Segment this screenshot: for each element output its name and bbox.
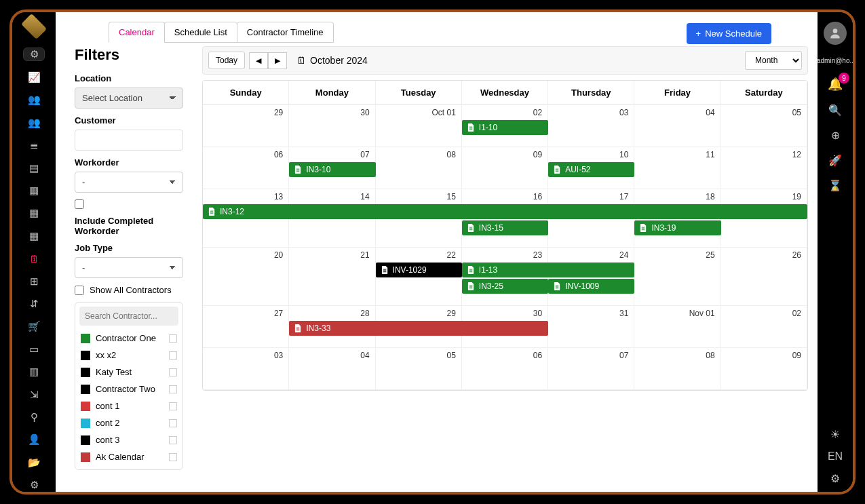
contractor-checkbox[interactable] bbox=[169, 419, 177, 427]
nav-doc3-icon[interactable]: ▦ bbox=[23, 229, 45, 242]
contractor-row[interactable]: xx x2 bbox=[79, 347, 178, 364]
calendar-day[interactable]: 27 bbox=[203, 306, 289, 348]
calendar-day[interactable]: 05 bbox=[376, 348, 462, 390]
calendar-day[interactable]: 29 bbox=[203, 105, 289, 147]
calendar-event[interactable]: AUI-52 bbox=[548, 162, 634, 177]
calendar-day[interactable]: 04 bbox=[634, 105, 720, 147]
calendar-event[interactable]: INV-1009 bbox=[548, 279, 634, 294]
contractor-row[interactable]: cont 3 bbox=[79, 431, 178, 448]
add-icon[interactable]: ⊕ bbox=[831, 129, 840, 142]
hourglass-icon[interactable]: ⌛ bbox=[828, 179, 842, 192]
workorder-select[interactable]: - bbox=[75, 172, 183, 193]
calendar-day[interactable]: 06 bbox=[203, 147, 289, 189]
search-icon[interactable]: 🔍 bbox=[828, 104, 842, 117]
calendar-event[interactable]: IN3-33 bbox=[289, 321, 548, 336]
nav-bar2-icon[interactable]: ▥ bbox=[23, 366, 45, 379]
calendar-day[interactable]: 05 bbox=[721, 105, 807, 147]
event-label: IN3-10 bbox=[306, 165, 330, 174]
calendar-day[interactable]: 03 bbox=[548, 105, 634, 147]
show-all-checkbox[interactable] bbox=[75, 286, 84, 295]
event-label: IN3-33 bbox=[306, 324, 330, 333]
calendar-day[interactable]: Nov 01 bbox=[634, 306, 720, 348]
calendar-day[interactable]: 21 bbox=[289, 248, 375, 306]
nav-org-icon[interactable]: ⇵ bbox=[23, 297, 45, 310]
tab-calendar[interactable]: Calendar bbox=[109, 22, 165, 43]
calendar-day[interactable]: 08 bbox=[634, 348, 720, 390]
nav-chart-icon[interactable]: 📈 bbox=[23, 71, 45, 83]
lang-button[interactable]: EN bbox=[828, 450, 843, 463]
prev-button[interactable]: ◀ bbox=[249, 52, 268, 69]
nav-card-icon[interactable]: ▭ bbox=[23, 343, 45, 355]
jobtype-select[interactable]: - bbox=[75, 257, 183, 278]
customer-input[interactable] bbox=[75, 130, 183, 151]
contractor-row[interactable]: Contractor One bbox=[79, 330, 178, 347]
next-button[interactable]: ▶ bbox=[268, 52, 287, 69]
nav-bar-icon[interactable]: ▤ bbox=[23, 161, 45, 174]
calendar-day[interactable]: 03 bbox=[203, 348, 289, 390]
contractor-checkbox[interactable] bbox=[169, 436, 177, 444]
avatar[interactable] bbox=[824, 22, 847, 45]
nav-doc2-icon[interactable]: ▦ bbox=[23, 207, 45, 220]
rocket-icon[interactable]: 🚀 bbox=[828, 154, 842, 167]
calendar-day[interactable]: 04 bbox=[289, 348, 375, 390]
calendar-day[interactable]: 06 bbox=[462, 348, 548, 390]
calendar-day[interactable]: 20 bbox=[203, 248, 289, 306]
calendar-day[interactable]: 09 bbox=[462, 147, 548, 189]
calendar-event[interactable]: IN3-12 bbox=[203, 204, 807, 219]
calendar-controls: Today ◀ ▶ 🗓October 2024 Month bbox=[202, 46, 808, 75]
nav-user-icon[interactable]: 👤 bbox=[23, 433, 45, 446]
calendar-day[interactable]: 12 bbox=[721, 147, 807, 189]
contractor-search-input[interactable] bbox=[79, 307, 178, 326]
svg-rect-31 bbox=[296, 328, 300, 329]
calendar-day[interactable]: 08 bbox=[376, 147, 462, 189]
calendar-event[interactable]: IN3-15 bbox=[462, 220, 548, 235]
nav-list-icon[interactable]: ≣ bbox=[23, 138, 45, 151]
nav-calendar-icon[interactable]: 🗓 bbox=[23, 252, 45, 265]
calendar-event[interactable]: I1-13 bbox=[462, 263, 635, 277]
contractor-row[interactable]: cont 1 bbox=[79, 398, 178, 414]
calendar-event[interactable]: IN3-19 bbox=[634, 220, 720, 235]
calendar-event[interactable]: I1-10 bbox=[462, 120, 548, 135]
settings-icon[interactable]: ⚙ bbox=[830, 472, 840, 485]
calendar-day[interactable]: 25 bbox=[634, 248, 720, 306]
contractor-checkbox[interactable] bbox=[169, 453, 177, 461]
calendar-event[interactable]: IN3-10 bbox=[289, 162, 375, 177]
calendar-day[interactable]: 02 bbox=[721, 306, 807, 348]
calendar-day[interactable]: 07 bbox=[548, 348, 634, 390]
theme-icon[interactable]: ☀ bbox=[830, 428, 840, 441]
include-completed-checkbox[interactable] bbox=[75, 199, 84, 209]
nav-users2-icon[interactable]: 👥 bbox=[23, 116, 45, 129]
contractor-row[interactable]: Katy Test bbox=[79, 364, 178, 381]
contractor-checkbox[interactable] bbox=[169, 334, 177, 343]
nav-folder-icon[interactable]: 📂 bbox=[23, 456, 45, 469]
nav-gear-icon[interactable]: ⚙ bbox=[23, 479, 45, 492]
location-select[interactable]: Select Location bbox=[75, 88, 183, 109]
contractor-row[interactable]: Ak Calendar bbox=[79, 448, 178, 465]
contractor-checkbox[interactable] bbox=[169, 385, 177, 393]
contractor-row[interactable]: Contractor Two bbox=[79, 381, 178, 398]
calendar-day[interactable]: 11 bbox=[634, 147, 720, 189]
notifications-button[interactable]: 🔔9 bbox=[828, 77, 843, 92]
contractor-checkbox[interactable] bbox=[169, 402, 177, 410]
nav-users-icon[interactable]: 👥 bbox=[23, 94, 45, 106]
calendar-day[interactable]: 26 bbox=[721, 248, 807, 306]
calendar-grid: SundayMondayTuesdayWednesdayThursdayFrid… bbox=[202, 80, 808, 391]
calendar-day[interactable]: 09 bbox=[721, 348, 807, 390]
contractor-checkbox[interactable] bbox=[169, 351, 177, 360]
calendar-event[interactable]: IN3-25 bbox=[462, 279, 548, 294]
svg-rect-4 bbox=[296, 170, 300, 170]
nav-filter-icon[interactable]: ⚙ bbox=[23, 47, 45, 61]
nav-box-icon[interactable]: ⊞ bbox=[23, 275, 45, 288]
contractor-checkbox[interactable] bbox=[169, 368, 177, 376]
calendar-day[interactable]: 30 bbox=[289, 105, 375, 147]
nav-doc1-icon[interactable]: ▦ bbox=[23, 184, 45, 197]
today-button[interactable]: Today bbox=[208, 52, 245, 69]
calendar-event[interactable]: INV-1029 bbox=[376, 263, 462, 277]
view-select[interactable]: Month bbox=[745, 51, 802, 70]
nav-export-icon[interactable]: ⇲ bbox=[23, 388, 45, 401]
calendar-day[interactable]: 31 bbox=[548, 306, 634, 348]
calendar-day[interactable]: Oct 01 bbox=[376, 105, 462, 147]
nav-cart-icon[interactable]: 🛒 bbox=[23, 320, 45, 333]
contractor-row[interactable]: cont 2 bbox=[79, 414, 178, 431]
nav-person-icon[interactable]: ⚲ bbox=[23, 410, 45, 423]
